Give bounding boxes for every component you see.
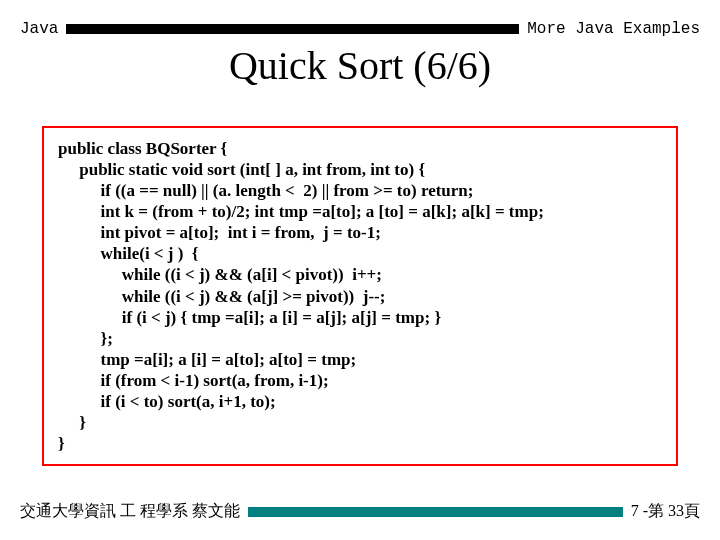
code-line: } [58, 413, 86, 432]
code-line: } [58, 434, 65, 453]
code-line: tmp =a[i]; a [i] = a[to]; a[to] = tmp; [58, 350, 356, 369]
code-line: int k = (from + to)/2; int tmp =a[to]; a… [58, 202, 544, 221]
code-line: while ((i < j) && (a[j] >= pivot)) j--; [58, 287, 385, 306]
header-bar: Java More Java Examples [20, 20, 700, 38]
code-line: }; [58, 329, 113, 348]
code-box: public class BQSorter { public static vo… [42, 126, 678, 466]
code-line: if (i < to) sort(a, i+1, to); [58, 392, 276, 411]
code-line: public static void sort (int[ ] a, int f… [58, 160, 425, 179]
header-rule [66, 24, 519, 34]
code-block: public class BQSorter { public static vo… [58, 138, 662, 454]
code-line: while(i < j ) { [58, 244, 199, 263]
footer-rule [248, 507, 623, 517]
code-line: if (from < i-1) sort(a, from, i-1); [58, 371, 329, 390]
code-line: if ((a == null) || (a. length < 2) || fr… [58, 181, 474, 200]
code-line: if (i < j) { tmp =a[i]; a [i] = a[j]; a[… [58, 308, 441, 327]
footer-left: 交通大學資訊 工 程學系 蔡文能 [20, 501, 240, 522]
footer-right: 7 -第 33頁 [631, 501, 700, 522]
header-right: More Java Examples [527, 20, 700, 38]
code-line: public class BQSorter { [58, 139, 227, 158]
header-left: Java [20, 20, 58, 38]
slide: Java More Java Examples Quick Sort (6/6)… [0, 0, 720, 540]
code-line: int pivot = a[to]; int i = from, j = to-… [58, 223, 381, 242]
slide-title: Quick Sort (6/6) [0, 42, 720, 89]
code-line: while ((i < j) && (a[i] < pivot)) i++; [58, 265, 382, 284]
footer-bar: 交通大學資訊 工 程學系 蔡文能 7 -第 33頁 [20, 501, 700, 522]
